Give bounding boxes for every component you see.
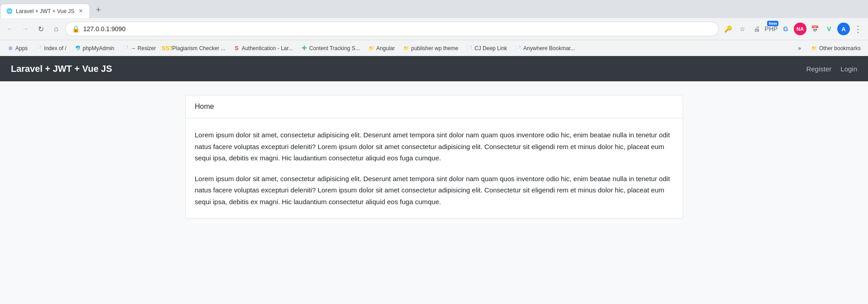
tab-favicon: 🌐: [6, 8, 13, 15]
bookmark-phpmyadmin-label: phpMyAdmin: [83, 45, 114, 51]
calendar-icon[interactable]: 📅: [808, 23, 821, 35]
publisher-favicon: 📁: [403, 45, 409, 51]
auth-favicon: S: [233, 45, 240, 51]
card-header: Home: [186, 95, 683, 118]
new-badge: New: [767, 21, 778, 26]
app-nav-links: Register Login: [806, 65, 857, 73]
app-navbar: Laravel + JWT + Vue JS Register Login: [0, 56, 868, 81]
bookmark-apps[interactable]: ⊞ Apps: [4, 43, 31, 53]
browser-chrome: 🌐 Laravel + JWT + Vue JS ✕ + ← → ↻ ⌂ 🔒 1…: [0, 0, 868, 56]
resizer-favicon: 📄: [123, 45, 129, 51]
printer-icon[interactable]: 🖨: [750, 23, 763, 35]
other-favicon: 📁: [811, 45, 817, 51]
plagiarism-favicon: SST: [164, 45, 171, 51]
reload-button[interactable]: ↻: [34, 23, 47, 35]
paragraph-1: Lorem ipsum dolor sit amet, consectetur …: [195, 129, 674, 164]
anywhere-favicon: 📄: [515, 45, 522, 51]
tab-close-button[interactable]: ✕: [77, 8, 84, 15]
angular-favicon: 📁: [368, 45, 375, 51]
na-icon[interactable]: NA: [794, 23, 806, 35]
card-body: Lorem ipsum dolor sit amet, consectetur …: [186, 118, 683, 218]
bookmark-cjdeep-label: CJ Deep Link: [474, 45, 507, 51]
lock-icon: 🔒: [72, 25, 80, 33]
apps-favicon: ⊞: [7, 45, 14, 51]
bookmark-auth[interactable]: S Authentication - Lar...: [230, 43, 296, 53]
other-bookmarks-label: Other bookmarks: [819, 45, 861, 51]
vue-icon[interactable]: V: [823, 23, 835, 35]
tab-label: Laravel + JWT + Vue JS: [16, 8, 74, 14]
profile-avatar[interactable]: A: [837, 23, 850, 35]
page-content: Laravel + JWT + Vue JS Register Login Ho…: [0, 56, 868, 304]
bookmark-anywhere-label: Anywhere Bookmar...: [523, 45, 575, 51]
bookmark-publisher-label: publisher wp theme: [411, 45, 458, 51]
paragraph-2: Lorem ipsum dolor sit amet, consectetur …: [195, 173, 674, 208]
main-area: Home Lorem ipsum dolor sit amet, consect…: [0, 81, 868, 304]
extension-icon-wrap: 🖨: [750, 23, 763, 35]
address-bar-row: ← → ↻ ⌂ 🔒 127.0.0.1:9090 🔑 ☆ 🖨 PHP New G…: [0, 18, 868, 40]
bookmark-plagiarism[interactable]: SST Plagiarism Checker ...: [161, 43, 229, 53]
bookmark-cjdeep[interactable]: 📄 CJ Deep Link: [463, 43, 511, 53]
content-card: Home Lorem ipsum dolor sit amet, consect…: [185, 95, 683, 219]
new-icon-wrap: PHP New: [765, 23, 778, 35]
bookmark-resizer[interactable]: 📄 → Resizer: [119, 43, 160, 53]
bookmark-content[interactable]: ✛ Content Tracking S...: [298, 43, 364, 53]
app-brand[interactable]: Laravel + JWT + Vue JS: [11, 64, 112, 74]
back-button[interactable]: ←: [4, 23, 16, 35]
menu-button[interactable]: ⋮: [852, 23, 864, 35]
bookmark-phpmyadmin[interactable]: 🐬 phpMyAdmin: [71, 43, 118, 53]
index-favicon: 📄: [36, 45, 42, 51]
overflow-label: »: [798, 45, 801, 51]
bookmark-publisher[interactable]: 📁 publisher wp theme: [399, 43, 462, 53]
phpmyadmin-favicon: 🐬: [75, 45, 81, 51]
bookmarks-bar: ⊞ Apps 📄 Index of / 🐬 phpMyAdmin 📄 → Res…: [0, 40, 868, 56]
bookmark-index[interactable]: 📄 Index of /: [32, 43, 70, 53]
new-tab-button[interactable]: +: [92, 4, 104, 16]
address-bar[interactable]: 🔒 127.0.0.1:9090: [65, 22, 719, 36]
content-favicon: ✛: [301, 45, 308, 51]
star-icon[interactable]: ☆: [736, 23, 749, 35]
tab-bar: 🌐 Laravel + JWT + Vue JS ✕ +: [0, 0, 868, 18]
bookmark-apps-label: Apps: [15, 45, 28, 51]
bookmark-resizer-label: → Resizer: [131, 45, 156, 51]
bookmark-angular[interactable]: 📁 Angular: [365, 43, 398, 53]
key-icon[interactable]: 🔑: [721, 23, 734, 35]
home-button[interactable]: ⌂: [50, 23, 62, 35]
bookmarks-overflow-button[interactable]: »: [794, 43, 805, 53]
bookmark-plagiarism-label: Plagiarism Checker ...: [172, 45, 225, 51]
cjdeep-favicon: 📄: [466, 45, 473, 51]
url-display: 127.0.0.1:9090: [83, 25, 712, 33]
g-icon[interactable]: G: [779, 23, 792, 35]
bookmark-angular-label: Angular: [376, 45, 395, 51]
forward-button[interactable]: →: [19, 23, 32, 35]
bookmark-auth-label: Authentication - Lar...: [242, 45, 293, 51]
bookmark-anywhere[interactable]: 📄 Anywhere Bookmar...: [512, 43, 579, 53]
active-tab[interactable]: 🌐 Laravel + JWT + Vue JS ✕: [0, 4, 90, 18]
toolbar-icons: 🔑 ☆ 🖨 PHP New G NA 📅 V A ⋮: [721, 23, 864, 35]
bookmark-other[interactable]: 📁 Other bookmarks: [807, 43, 864, 53]
register-link[interactable]: Register: [806, 65, 831, 73]
bookmark-content-label: Content Tracking S...: [309, 45, 360, 51]
login-link[interactable]: Login: [840, 65, 857, 73]
bookmark-index-label: Index of /: [44, 45, 66, 51]
